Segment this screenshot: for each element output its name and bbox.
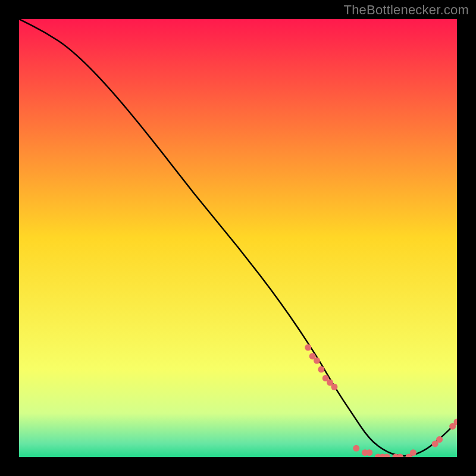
data-point — [314, 358, 320, 364]
data-point — [353, 445, 359, 452]
chart-frame: TheBottlenecker.com — [0, 0, 476, 476]
data-point — [305, 345, 311, 351]
data-point — [366, 449, 372, 456]
data-point — [436, 436, 443, 443]
plot-area — [19, 19, 457, 457]
attribution-label: TheBottlenecker.com — [344, 2, 469, 18]
data-point — [331, 384, 337, 390]
data-point — [410, 449, 416, 456]
chart-svg — [19, 19, 457, 457]
data-point — [318, 366, 324, 372]
gradient-background — [19, 19, 457, 457]
